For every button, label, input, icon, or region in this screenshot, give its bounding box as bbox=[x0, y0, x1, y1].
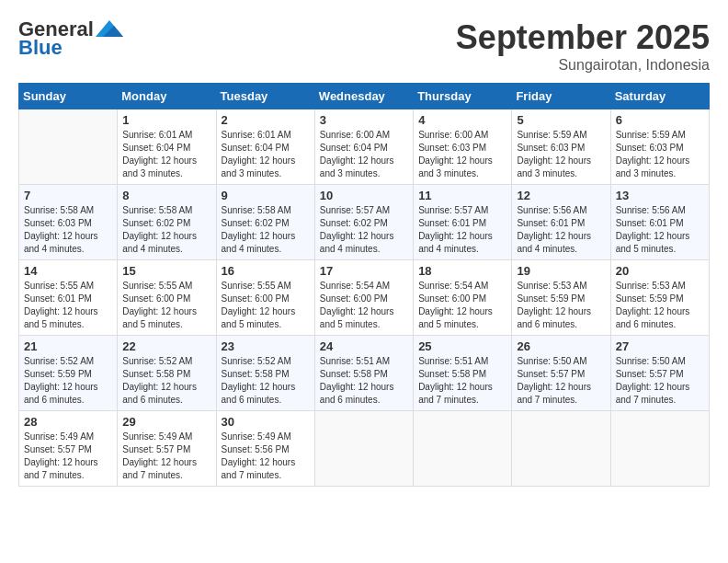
header-friday: Friday bbox=[512, 84, 610, 109]
day-cell: 1Sunrise: 6:01 AMSunset: 6:04 PMDaylight… bbox=[118, 109, 216, 185]
week-row-3: 14Sunrise: 5:55 AMSunset: 6:01 PMDayligh… bbox=[19, 260, 710, 336]
day-info: Sunrise: 5:52 AMSunset: 5:58 PMDaylight:… bbox=[122, 355, 210, 407]
header-tuesday: Tuesday bbox=[216, 84, 314, 109]
day-info: Sunrise: 5:51 AMSunset: 5:58 PMDaylight:… bbox=[320, 355, 408, 407]
location-subtitle: Sungairotan, Indonesia bbox=[456, 57, 710, 74]
day-info: Sunrise: 5:49 AMSunset: 5:57 PMDaylight:… bbox=[24, 431, 112, 482]
day-number: 2 bbox=[222, 113, 310, 127]
day-number: 20 bbox=[616, 264, 704, 278]
day-cell: 13Sunrise: 5:56 AMSunset: 6:01 PMDayligh… bbox=[610, 185, 709, 260]
day-number: 14 bbox=[24, 264, 112, 278]
day-cell: 9Sunrise: 5:58 AMSunset: 6:02 PMDaylight… bbox=[216, 185, 314, 260]
day-number: 1 bbox=[122, 113, 210, 127]
day-info: Sunrise: 5:55 AMSunset: 6:00 PMDaylight:… bbox=[122, 280, 210, 331]
day-info: Sunrise: 6:01 AMSunset: 6:04 PMDaylight:… bbox=[122, 129, 210, 180]
day-number: 26 bbox=[517, 339, 605, 353]
day-cell bbox=[512, 411, 610, 487]
day-cell: 8Sunrise: 5:58 AMSunset: 6:02 PMDaylight… bbox=[118, 185, 216, 260]
day-info: Sunrise: 5:58 AMSunset: 6:02 PMDaylight:… bbox=[122, 204, 210, 256]
day-info: Sunrise: 5:58 AMSunset: 6:03 PMDaylight:… bbox=[24, 204, 112, 256]
day-number: 12 bbox=[517, 189, 605, 202]
day-cell: 17Sunrise: 5:54 AMSunset: 6:00 PMDayligh… bbox=[314, 260, 413, 336]
day-info: Sunrise: 6:01 AMSunset: 6:04 PMDaylight:… bbox=[222, 129, 310, 180]
day-cell: 22Sunrise: 5:52 AMSunset: 5:58 PMDayligh… bbox=[118, 336, 216, 411]
calendar-header-row: SundayMondayTuesdayWednesdayThursdayFrid… bbox=[19, 84, 710, 109]
header-sunday: Sunday bbox=[19, 84, 118, 109]
day-info: Sunrise: 5:50 AMSunset: 5:57 PMDaylight:… bbox=[517, 355, 605, 407]
day-info: Sunrise: 5:58 AMSunset: 6:02 PMDaylight:… bbox=[222, 204, 310, 256]
day-cell: 2Sunrise: 6:01 AMSunset: 6:04 PMDaylight… bbox=[216, 109, 314, 185]
day-cell: 14Sunrise: 5:55 AMSunset: 6:01 PMDayligh… bbox=[19, 260, 118, 336]
calendar-table: SundayMondayTuesdayWednesdayThursdayFrid… bbox=[18, 83, 710, 487]
day-number: 25 bbox=[418, 339, 506, 353]
day-info: Sunrise: 5:54 AMSunset: 6:00 PMDaylight:… bbox=[418, 280, 506, 331]
week-row-5: 28Sunrise: 5:49 AMSunset: 5:57 PMDayligh… bbox=[19, 411, 710, 487]
day-number: 4 bbox=[418, 113, 506, 127]
day-number: 27 bbox=[616, 339, 704, 353]
day-cell bbox=[314, 411, 413, 487]
logo: General Blue bbox=[18, 18, 123, 59]
day-cell: 24Sunrise: 5:51 AMSunset: 5:58 PMDayligh… bbox=[314, 336, 413, 411]
day-info: Sunrise: 5:53 AMSunset: 5:59 PMDaylight:… bbox=[517, 280, 605, 331]
day-cell bbox=[414, 411, 512, 487]
title-block: September 2025 Sungairotan, Indonesia bbox=[456, 18, 710, 74]
day-info: Sunrise: 5:56 AMSunset: 6:01 PMDaylight:… bbox=[517, 204, 605, 256]
month-title: September 2025 bbox=[456, 18, 710, 57]
day-number: 11 bbox=[418, 189, 506, 202]
day-number: 30 bbox=[222, 415, 310, 429]
week-row-2: 7Sunrise: 5:58 AMSunset: 6:03 PMDaylight… bbox=[19, 185, 710, 260]
header-wednesday: Wednesday bbox=[314, 84, 413, 109]
day-cell: 27Sunrise: 5:50 AMSunset: 5:57 PMDayligh… bbox=[610, 336, 709, 411]
day-info: Sunrise: 5:52 AMSunset: 5:58 PMDaylight:… bbox=[222, 355, 310, 407]
day-number: 22 bbox=[122, 339, 210, 353]
header-thursday: Thursday bbox=[414, 84, 512, 109]
day-cell: 15Sunrise: 5:55 AMSunset: 6:00 PMDayligh… bbox=[118, 260, 216, 336]
day-number: 28 bbox=[24, 415, 112, 429]
day-info: Sunrise: 6:00 AMSunset: 6:03 PMDaylight:… bbox=[418, 129, 506, 180]
day-info: Sunrise: 5:49 AMSunset: 5:57 PMDaylight:… bbox=[122, 431, 210, 482]
day-cell: 25Sunrise: 5:51 AMSunset: 5:58 PMDayligh… bbox=[414, 336, 512, 411]
day-number: 10 bbox=[320, 189, 408, 202]
day-info: Sunrise: 5:51 AMSunset: 5:58 PMDaylight:… bbox=[418, 355, 506, 407]
day-info: Sunrise: 5:49 AMSunset: 5:56 PMDaylight:… bbox=[222, 431, 310, 482]
day-number: 6 bbox=[616, 113, 704, 127]
day-cell bbox=[610, 411, 709, 487]
day-info: Sunrise: 5:59 AMSunset: 6:03 PMDaylight:… bbox=[616, 129, 704, 180]
day-info: Sunrise: 5:57 AMSunset: 6:02 PMDaylight:… bbox=[320, 204, 408, 256]
day-info: Sunrise: 5:52 AMSunset: 5:59 PMDaylight:… bbox=[24, 355, 112, 407]
day-cell: 23Sunrise: 5:52 AMSunset: 5:58 PMDayligh… bbox=[216, 336, 314, 411]
day-number: 19 bbox=[517, 264, 605, 278]
header-monday: Monday bbox=[118, 84, 216, 109]
day-cell: 26Sunrise: 5:50 AMSunset: 5:57 PMDayligh… bbox=[512, 336, 610, 411]
week-row-1: 1Sunrise: 6:01 AMSunset: 6:04 PMDaylight… bbox=[19, 109, 710, 185]
day-cell: 29Sunrise: 5:49 AMSunset: 5:57 PMDayligh… bbox=[118, 411, 216, 487]
day-number: 7 bbox=[24, 189, 112, 202]
day-number: 21 bbox=[24, 339, 112, 353]
day-info: Sunrise: 5:53 AMSunset: 5:59 PMDaylight:… bbox=[616, 280, 704, 331]
day-number: 18 bbox=[418, 264, 506, 278]
day-cell: 6Sunrise: 5:59 AMSunset: 6:03 PMDaylight… bbox=[610, 109, 709, 185]
day-info: Sunrise: 5:55 AMSunset: 6:00 PMDaylight:… bbox=[222, 280, 310, 331]
day-info: Sunrise: 5:50 AMSunset: 5:57 PMDaylight:… bbox=[616, 355, 704, 407]
day-cell: 20Sunrise: 5:53 AMSunset: 5:59 PMDayligh… bbox=[610, 260, 709, 336]
day-cell: 16Sunrise: 5:55 AMSunset: 6:00 PMDayligh… bbox=[216, 260, 314, 336]
day-info: Sunrise: 5:55 AMSunset: 6:01 PMDaylight:… bbox=[24, 280, 112, 331]
day-number: 29 bbox=[122, 415, 210, 429]
day-info: Sunrise: 5:59 AMSunset: 6:03 PMDaylight:… bbox=[517, 129, 605, 180]
day-cell: 5Sunrise: 5:59 AMSunset: 6:03 PMDaylight… bbox=[512, 109, 610, 185]
day-cell: 11Sunrise: 5:57 AMSunset: 6:01 PMDayligh… bbox=[414, 185, 512, 260]
day-cell: 4Sunrise: 6:00 AMSunset: 6:03 PMDaylight… bbox=[414, 109, 512, 185]
day-number: 23 bbox=[222, 339, 310, 353]
day-cell: 7Sunrise: 5:58 AMSunset: 6:03 PMDaylight… bbox=[19, 185, 118, 260]
day-number: 15 bbox=[122, 264, 210, 278]
day-number: 9 bbox=[222, 189, 310, 202]
day-cell: 3Sunrise: 6:00 AMSunset: 6:04 PMDaylight… bbox=[314, 109, 413, 185]
page-header: General Blue September 2025 Sungairotan,… bbox=[18, 18, 710, 74]
day-number: 17 bbox=[320, 264, 408, 278]
day-number: 13 bbox=[616, 189, 704, 202]
day-number: 24 bbox=[320, 339, 408, 353]
day-cell: 19Sunrise: 5:53 AMSunset: 5:59 PMDayligh… bbox=[512, 260, 610, 336]
day-number: 5 bbox=[517, 113, 605, 127]
week-row-4: 21Sunrise: 5:52 AMSunset: 5:59 PMDayligh… bbox=[19, 336, 710, 411]
day-info: Sunrise: 5:54 AMSunset: 6:00 PMDaylight:… bbox=[320, 280, 408, 331]
